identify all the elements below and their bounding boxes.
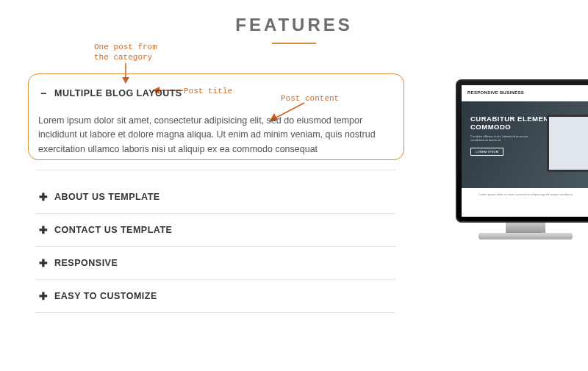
preview-bottom-text: Lorem ipsum dolor sit amet consectetur a… [462,188,588,201]
preview-brand: RESPONSIVE BUSINESS [462,85,588,101]
plus-icon: ✚ [38,290,49,302]
accordion-header[interactable]: ✚ ABOUT US TEMPLATE [35,181,395,213]
accordion-item: ✚ ABOUT US TEMPLATE [35,181,395,214]
monitor-base [478,233,573,239]
plus-icon: ✚ [38,257,49,269]
plus-icon: ✚ [38,191,49,203]
accordion-title: ABOUT US TEMPLATE [54,192,160,202]
accordion-header[interactable]: − MULTIPLE BLOG LAYOUTS [35,77,395,109]
section-title: FEATURES [0,15,588,35]
preview-hero-button: LOREM IPSUM [470,148,503,156]
monitor-screen: RESPONSIVE BUSINESS CURABITUR ELEMENTUM … [462,85,588,217]
accordion-item: ✚ RESPONSIVE [35,247,395,280]
accordion-title: CONTACT US TEMPLATE [54,225,172,235]
preview-inner-monitor [547,115,588,172]
accordion-content: Lorem ipsum dolor sit amet, consectetur … [35,109,395,170]
accordion-header[interactable]: ✚ RESPONSIVE [35,247,395,279]
accordion-header[interactable]: ✚ EASY TO CUSTOMIZE [35,280,395,312]
annotation-category-post: One post from the category [94,43,157,63]
plus-icon: ✚ [38,224,49,236]
accordion-header[interactable]: ✚ CONTACT US TEMPLATE [35,214,395,246]
monitor-stand [506,223,545,233]
monitor-frame: RESPONSIVE BUSINESS CURABITUR ELEMENTUM … [456,79,588,223]
accordion-item: ✚ CONTACT US TEMPLATE [35,214,395,247]
accordion-collapsed-list: ✚ ABOUT US TEMPLATE ✚ CONTACT US TEMPLAT… [35,181,395,313]
preview-hero: CURABITUR ELEMENTUM IN COMMODO Curabitur… [462,101,588,188]
preview-monitor: RESPONSIVE BUSINESS CURABITUR ELEMENTUM … [456,79,588,239]
accordion: − MULTIPLE BLOG LAYOUTS Lorem ipsum dolo… [35,77,395,170]
accordion-title: EASY TO CUSTOMIZE [54,291,157,301]
accordion-title: RESPONSIVE [54,258,118,268]
accordion-title: MULTIPLE BLOG LAYOUTS [54,88,182,98]
accordion-item: ✚ EASY TO CUSTOMIZE [35,280,395,313]
minus-icon: − [38,87,49,99]
accordion-item-expanded: − MULTIPLE BLOG LAYOUTS Lorem ipsum dolo… [35,77,395,170]
preview-hero-sub: Curabitur efficitur ut dui, lobortis id … [470,134,537,143]
title-underline [272,43,316,44]
